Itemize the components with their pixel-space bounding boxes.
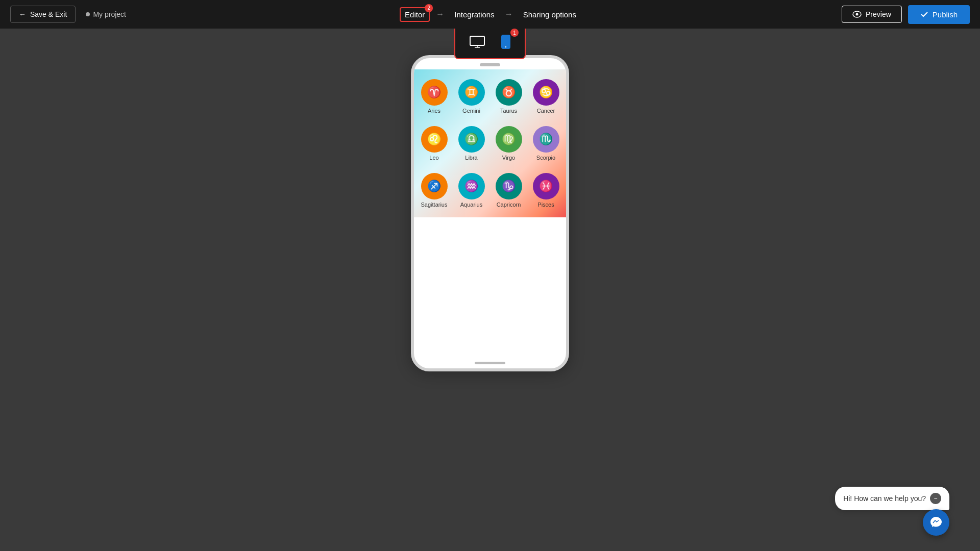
zodiac-label-gemini: Gemini bbox=[462, 108, 480, 114]
editor-badge: 2 bbox=[425, 4, 433, 12]
svg-rect-2 bbox=[470, 36, 484, 45]
zodiac-symbol-scorpio: ♏ bbox=[533, 126, 559, 153]
zodiac-symbol-leo: ♌ bbox=[421, 126, 448, 153]
nav-sharing[interactable]: Sharing options bbox=[519, 8, 580, 21]
zodiac-symbol-capricorn: ♑ bbox=[496, 173, 522, 199]
zodiac-label-taurus: Taurus bbox=[500, 108, 517, 114]
nav-right: Preview Publish bbox=[842, 5, 970, 24]
zodiac-item-pisces[interactable]: ♓Pisces bbox=[529, 168, 563, 212]
messenger-icon bbox=[929, 516, 943, 529]
arrow-icon-1: → bbox=[436, 10, 444, 19]
zodiac-label-pisces: Pisces bbox=[537, 202, 554, 208]
zodiac-symbol-taurus: ♉ bbox=[496, 79, 522, 106]
zodiac-item-libra[interactable]: ♎Libra bbox=[454, 121, 488, 165]
zodiac-item-scorpio[interactable]: ♏Scorpio bbox=[529, 121, 563, 165]
zodiac-item-leo[interactable]: ♌Leo bbox=[417, 121, 451, 165]
device-toggle-bar: 1 bbox=[454, 29, 526, 59]
zodiac-label-aries: Aries bbox=[428, 108, 440, 114]
zodiac-symbol-libra: ♎ bbox=[458, 126, 485, 153]
publish-button[interactable]: Publish bbox=[908, 5, 970, 24]
desktop-view-button[interactable] bbox=[465, 34, 489, 53]
zodiac-item-capricorn[interactable]: ♑Capricorn bbox=[492, 168, 526, 212]
zodiac-symbol-pisces: ♓ bbox=[533, 173, 559, 199]
zodiac-item-virgo[interactable]: ♍Virgo bbox=[492, 121, 526, 165]
mobile-view-button[interactable]: 1 bbox=[497, 33, 514, 54]
phone-content: ♈Aries♊Gemini♉Taurus♋Cancer♌Leo♎Libra♍Vi… bbox=[414, 69, 566, 358]
toggle-badge: 1 bbox=[510, 29, 519, 37]
phone-home-bar bbox=[475, 362, 505, 364]
save-exit-button[interactable]: ← Save & Exit bbox=[10, 6, 76, 23]
arrow-icon-2: → bbox=[505, 10, 513, 19]
zodiac-item-gemini[interactable]: ♊Gemini bbox=[454, 74, 488, 118]
preview-button[interactable]: Preview bbox=[842, 6, 902, 23]
zodiac-symbol-gemini: ♊ bbox=[458, 79, 485, 106]
zodiac-label-sagittarius: Sagittarius bbox=[421, 202, 448, 208]
chat-message: Hi! How can we help you? bbox=[843, 494, 926, 503]
zodiac-label-aquarius: Aquarius bbox=[460, 202, 482, 208]
svg-point-1 bbox=[856, 13, 859, 16]
nav-center: Editor 2 → Integrations → Sharing option… bbox=[400, 7, 580, 22]
arrow-left-icon: ← bbox=[19, 10, 26, 18]
zodiac-symbol-aquarius: ♒ bbox=[458, 173, 485, 199]
svg-point-7 bbox=[505, 46, 506, 47]
nav-integrations[interactable]: Integrations bbox=[450, 8, 498, 21]
zodiac-item-sagittarius[interactable]: ♐Sagittarius bbox=[417, 168, 451, 212]
zodiac-label-leo: Leo bbox=[429, 155, 438, 161]
zodiac-symbol-aries: ♈ bbox=[421, 79, 448, 106]
chat-fab-button[interactable] bbox=[923, 509, 949, 536]
zodiac-label-virgo: Virgo bbox=[502, 155, 515, 161]
project-name-area: My project bbox=[86, 10, 126, 18]
check-icon bbox=[920, 10, 928, 18]
zodiac-symbol-virgo: ♍ bbox=[496, 126, 522, 153]
eye-icon bbox=[852, 11, 862, 18]
zodiac-label-scorpio: Scorpio bbox=[536, 155, 555, 161]
nav-editor[interactable]: Editor 2 bbox=[400, 7, 430, 22]
zodiac-item-aries[interactable]: ♈Aries bbox=[417, 74, 451, 118]
chat-close-button[interactable]: − bbox=[930, 493, 941, 504]
zodiac-item-aquarius[interactable]: ♒Aquarius bbox=[454, 168, 488, 212]
dot-icon bbox=[86, 12, 90, 16]
zodiac-label-cancer: Cancer bbox=[537, 108, 555, 114]
zodiac-symbol-sagittarius: ♐ bbox=[421, 173, 448, 199]
zodiac-symbol-cancer: ♋ bbox=[533, 79, 559, 106]
chat-bubble: Hi! How can we help you? − bbox=[835, 487, 949, 510]
zodiac-item-cancer[interactable]: ♋Cancer bbox=[529, 74, 563, 118]
phone-mockup: ♈Aries♊Gemini♉Taurus♋Cancer♌Leo♎Libra♍Vi… bbox=[411, 55, 569, 371]
save-exit-label: Save & Exit bbox=[30, 10, 67, 18]
topnav: ← Save & Exit My project Editor 2 → Inte… bbox=[0, 0, 980, 29]
project-name-label: My project bbox=[93, 10, 126, 18]
zodiac-grid: ♈Aries♊Gemini♉Taurus♋Cancer♌Leo♎Libra♍Vi… bbox=[414, 69, 566, 217]
zodiac-label-capricorn: Capricorn bbox=[497, 202, 521, 208]
zodiac-item-taurus[interactable]: ♉Taurus bbox=[492, 74, 526, 118]
zodiac-label-libra: Libra bbox=[465, 155, 477, 161]
phone-speaker bbox=[480, 63, 500, 66]
